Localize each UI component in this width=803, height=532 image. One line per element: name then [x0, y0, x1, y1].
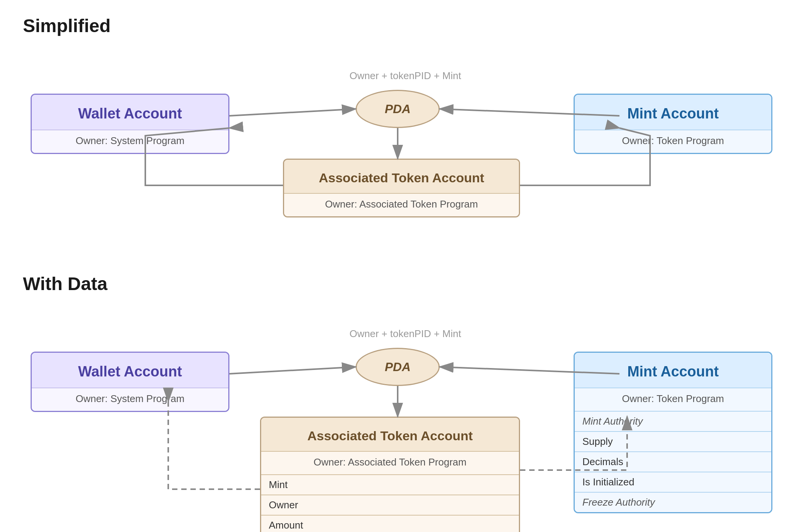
withdata-pda: PDA	[356, 348, 440, 386]
simplified-wallet-owner: Owner: System Program	[32, 130, 228, 153]
withdata-wallet-owner: Owner: System Program	[32, 388, 228, 411]
mint-field-supply: Supply	[575, 431, 771, 451]
withdata-diagram: Owner + tokenPID + Mint Wallet Account O…	[23, 317, 780, 532]
simplified-ata-owner: Owner: Associated Token Program	[284, 193, 519, 216]
withdata-ata-title: Associated Token Account	[261, 418, 519, 451]
withdata-wallet-title: Wallet Account	[32, 353, 228, 388]
simplified-pda-label: Owner + tokenPID + Mint	[336, 70, 474, 82]
simplified-ata-title: Associated Token Account	[284, 160, 519, 193]
withdata-section: With Data Owner + tokenPID + Mint Wallet…	[23, 273, 780, 532]
simplified-pda-text: PDA	[385, 102, 411, 116]
ata-field-owner: Owner	[261, 495, 519, 515]
withdata-mint-title: Mint Account	[575, 353, 771, 388]
simplified-mint-box: Mint Account Owner: Token Program	[574, 94, 772, 154]
simplified-section: Simplified Owner + tokenPID + Mint Walle…	[23, 15, 780, 243]
withdata-mint-owner: Owner: Token Program	[575, 388, 771, 411]
simplified-mint-owner: Owner: Token Program	[575, 130, 771, 153]
simplified-diagram: Owner + tokenPID + Mint Wallet Account O…	[23, 59, 780, 243]
mint-field-is-initialized: Is Initialized	[575, 472, 771, 492]
simplified-mint-title: Mint Account	[575, 95, 771, 130]
simplified-wallet-box: Wallet Account Owner: System Program	[31, 94, 229, 154]
simplified-label: Simplified	[23, 15, 780, 36]
withdata-wallet-box: Wallet Account Owner: System Program	[31, 352, 229, 412]
mint-field-decimals: Decimals	[575, 451, 771, 472]
ata-field-mint: Mint	[261, 474, 519, 495]
withdata-ata-box: Associated Token Account Owner: Associat…	[260, 417, 520, 532]
withdata-pda-label: Owner + tokenPID + Mint	[336, 328, 474, 340]
mint-field-mint-authority: Mint Authority	[575, 411, 771, 431]
simplified-ata-box: Associated Token Account Owner: Associat…	[283, 159, 520, 217]
ata-field-amount: Amount	[261, 515, 519, 532]
simplified-pda: PDA	[356, 90, 440, 128]
withdata-ata-owner: Owner: Associated Token Program	[261, 451, 519, 474]
withdata-label: With Data	[23, 273, 780, 294]
withdata-mint-box: Mint Account Owner: Token Program Mint A…	[574, 352, 772, 513]
withdata-pda-text: PDA	[385, 360, 411, 374]
mint-field-freeze-authority: Freeze Authority	[575, 492, 771, 512]
simplified-wallet-title: Wallet Account	[32, 95, 228, 130]
